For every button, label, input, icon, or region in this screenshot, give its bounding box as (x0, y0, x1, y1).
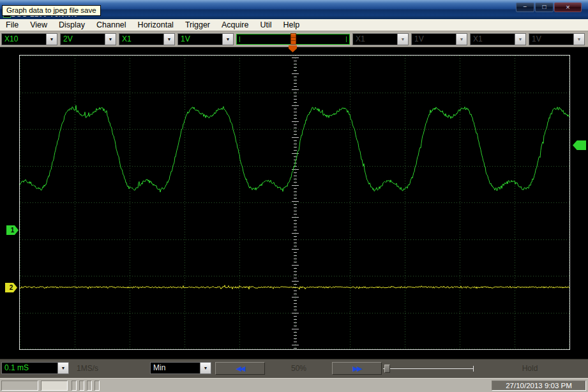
app-window: DSO-2100 V6.0.0.0 Graph data to jpeg fil… (0, 0, 588, 392)
status-grips (72, 381, 100, 391)
chevron-down-icon[interactable] (163, 34, 174, 45)
minimize-button[interactable] (516, 3, 534, 12)
grip-bar (94, 381, 100, 391)
chevron-down-icon (456, 34, 467, 45)
menu-help[interactable]: Help (277, 19, 305, 31)
trigger-position-slider[interactable] (236, 34, 350, 45)
horizontal-scroll-slider[interactable] (383, 362, 476, 375)
grip-bar (79, 381, 84, 391)
window-controls (516, 3, 582, 12)
menu-channel[interactable]: Channel (91, 19, 132, 31)
ch2-ground-marker[interactable]: 2 (5, 283, 17, 292)
status-panel-2 (41, 381, 68, 391)
grip-bar (72, 381, 77, 391)
scroll-left-button[interactable] (215, 362, 265, 375)
slider-end-tick (473, 366, 474, 372)
chevron-down-icon (515, 34, 525, 45)
ch2-volts-combo[interactable]: 1V (177, 33, 234, 45)
timebase-value: 0.1 mS (2, 363, 57, 373)
grip-bar (87, 381, 92, 391)
menu-view[interactable]: View (24, 19, 53, 31)
ch4-probe-combo: X1 (470, 33, 526, 45)
ch1-volts-value: 2V (61, 34, 105, 45)
sample-rate-label: 1MS/s (73, 362, 143, 375)
slider-track[interactable] (383, 368, 473, 369)
chevron-down-icon (397, 34, 408, 45)
ch2-probe-value: X1 (119, 34, 163, 45)
ch1-volts-combo[interactable]: 2V (60, 33, 116, 45)
hold-label: Hold (504, 362, 555, 375)
channel-toolbar: X10 2V X1 1V X1 1V X1 (0, 31, 588, 47)
chevron-down-icon[interactable] (105, 34, 116, 45)
ch2-probe-combo[interactable]: X1 (119, 33, 175, 45)
maximize-button[interactable] (535, 3, 554, 12)
trigger-position-marker-icon[interactable] (289, 45, 297, 52)
title-bar[interactable]: DSO-2100 V6.0.0.0 Graph data to jpeg fil… (0, 0, 588, 19)
ch1-probe-value: X10 (2, 34, 46, 45)
timebase-combo[interactable]: 0.1 mS (1, 362, 69, 374)
scope-region: 1 2 (0, 47, 588, 359)
ch3-volts-combo: 1V (411, 33, 467, 45)
menu-bar: File View Display Channel Horizontal Tri… (0, 19, 588, 31)
menu-display[interactable]: Display (53, 19, 91, 31)
menu-horizontal[interactable]: Horizontal (132, 19, 179, 31)
chevron-down-icon[interactable] (222, 34, 233, 45)
slider-left-mark (239, 36, 240, 42)
slider-handle[interactable] (384, 365, 390, 373)
acquire-mode-combo[interactable]: Min (150, 362, 211, 374)
scroll-right-button[interactable] (332, 362, 382, 375)
trigger-level-marker[interactable] (573, 140, 586, 150)
status-bar: 27/10/2013 9:03 PM (0, 378, 588, 392)
chevron-down-icon (573, 34, 584, 45)
chevron-down-icon[interactable] (46, 34, 57, 45)
tooltip: Graph data to jpeg file save (2, 5, 101, 16)
menu-file[interactable]: File (0, 19, 24, 31)
datetime-label: 27/10/2013 9:03 PM (492, 381, 586, 391)
ch3-volts-value: 1V (412, 34, 456, 45)
close-button[interactable] (554, 3, 582, 12)
menu-acquire[interactable]: Acquire (216, 19, 254, 31)
chevron-down-icon[interactable] (200, 363, 211, 373)
scope-frame (19, 55, 570, 350)
ch1-probe-combo[interactable]: X10 (1, 33, 57, 45)
ch3-probe-combo: X1 (352, 33, 409, 45)
slider-right-mark (346, 36, 347, 42)
scroll-position-label: 50% (268, 362, 329, 375)
menu-trigger[interactable]: Trigger (179, 19, 216, 31)
ch4-probe-value: X1 (471, 34, 515, 45)
menu-util[interactable]: Util (254, 19, 277, 31)
bottom-toolbar: 0.1 mS 1MS/s Min 50% Hold (0, 359, 588, 378)
ch4-volts-value: 1V (529, 34, 573, 45)
status-panel-1 (1, 381, 38, 391)
ch3-probe-value: X1 (353, 34, 397, 45)
ch4-volts-combo: 1V (529, 33, 585, 45)
scope-canvas (20, 56, 569, 349)
trigger-position-grip[interactable] (290, 33, 296, 45)
acquire-mode-value: Min (151, 363, 200, 373)
ch2-volts-value: 1V (178, 34, 222, 45)
chevron-down-icon[interactable] (57, 363, 68, 373)
ch1-ground-marker[interactable]: 1 (6, 225, 19, 235)
